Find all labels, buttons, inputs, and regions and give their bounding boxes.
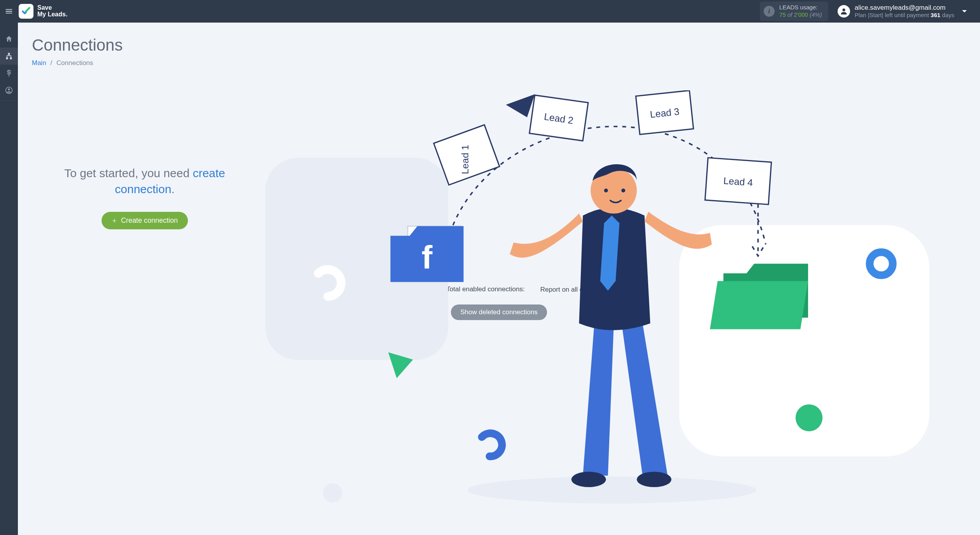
svg-text:f: f	[422, 239, 433, 276]
svg-text:Lead 1: Lead 1	[460, 145, 470, 174]
svg-point-23	[604, 188, 608, 192]
main-content: Connections Main / Connections To get st…	[18, 23, 980, 535]
hero: To get started, you need create connecti…	[32, 90, 966, 262]
svg-text:Lead 4: Lead 4	[723, 175, 754, 188]
svg-point-5	[8, 88, 10, 90]
brand-text: Save My Leads.	[37, 5, 67, 18]
create-connection-button[interactable]: Create connection	[102, 212, 188, 229]
sidebar-divider	[0, 100, 18, 101]
page-title: Connections	[32, 36, 966, 55]
svg-point-20	[572, 472, 606, 487]
dollar-icon	[5, 69, 13, 77]
account-chevron-down-icon[interactable]	[960, 7, 969, 16]
hero-illustration: Lead 1 Lead 2 Lead 3 Lead 4	[265, 90, 958, 262]
illustration-svg: Lead 1 Lead 2 Lead 3 Lead 4	[265, 90, 958, 514]
svg-rect-3	[10, 58, 11, 59]
account-text: alice.savemyleads@gmail.com Plan |Start|…	[855, 4, 954, 18]
brand[interactable]: Save My Leads.	[19, 4, 67, 19]
leads-usage-box[interactable]: i LEADS usage: 75 of 2'000 (4%)	[760, 2, 828, 21]
sidebar-item-connections[interactable]	[0, 48, 18, 65]
svg-point-19	[467, 477, 756, 503]
breadcrumb-current: Connections	[56, 59, 93, 67]
sidebar-item-billing[interactable]	[0, 65, 18, 82]
breadcrumb: Main / Connections	[32, 59, 966, 67]
hamburger-icon	[5, 7, 13, 16]
topbar: Save My Leads. i LEADS usage: 75 of 2'00…	[0, 0, 980, 23]
svg-rect-1	[8, 53, 9, 55]
hero-lead: To get started, you need create connecti…	[40, 165, 250, 197]
svg-point-0	[842, 9, 845, 11]
user-icon	[840, 7, 848, 16]
svg-point-28	[323, 483, 342, 502]
sidebar-item-home[interactable]	[0, 30, 18, 48]
sidebar	[0, 23, 18, 535]
svg-marker-12	[506, 94, 535, 117]
checkmark-icon	[21, 6, 31, 16]
user-circle-icon	[5, 86, 13, 94]
hero-left: To get started, you need create connecti…	[40, 123, 250, 229]
sitemap-icon	[5, 52, 13, 60]
home-icon	[5, 35, 13, 43]
leads-usage-text: LEADS usage: 75 of 2'000 (4%)	[779, 4, 822, 19]
sidebar-item-account[interactable]	[0, 82, 18, 99]
menu-toggle[interactable]	[0, 0, 18, 23]
svg-point-21	[637, 472, 671, 487]
breadcrumb-root[interactable]: Main	[32, 59, 46, 67]
svg-point-24	[621, 188, 625, 192]
svg-rect-2	[6, 58, 7, 59]
brand-logo	[19, 4, 33, 19]
plus-icon	[112, 218, 117, 224]
account-block[interactable]: alice.savemyleads@gmail.com Plan |Start|…	[838, 4, 954, 18]
svg-point-27	[796, 404, 822, 431]
avatar	[838, 5, 850, 18]
info-icon: i	[764, 6, 775, 17]
